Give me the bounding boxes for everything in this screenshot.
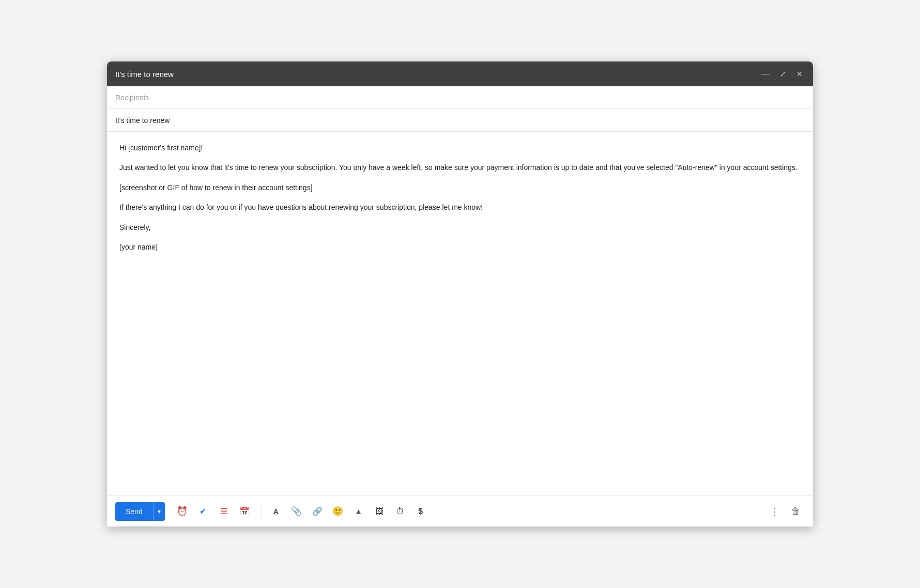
media-placeholder: [screenshot or GIF of how to renew in th… — [119, 182, 801, 193]
body-paragraph2: If there's anything I can do for you or … — [119, 202, 801, 213]
toolbar: Send ▾ ⏰ ✔ ☰ 📅 A 📎 🔗 🙂 — [107, 496, 813, 527]
email-body: Hi [customer's first name]! Just wanted … — [119, 142, 801, 253]
emoji-icon: 🙂 — [332, 506, 343, 517]
check-icon: ✔ — [200, 506, 206, 516]
more-options-button[interactable]: ⋮ — [765, 502, 784, 521]
drive-button[interactable]: ▲ — [349, 502, 368, 521]
link-icon: 🔗 — [312, 506, 323, 516]
body-paragraph1: Just wanted to let you know that it's ti… — [119, 162, 801, 173]
closing-line: Sincerely, — [119, 222, 801, 233]
delete-button[interactable]: 🗑 — [786, 502, 805, 521]
attachment-button[interactable]: 📎 — [287, 502, 306, 521]
drive-icon: ▲ — [355, 507, 363, 516]
calendar-button[interactable]: 📅 — [235, 502, 254, 521]
send-button-group: Send ▾ — [115, 502, 165, 521]
signature-line: [your name] — [119, 241, 801, 253]
close-icon: ✕ — [796, 70, 803, 78]
emoji-button[interactable]: 🙂 — [329, 502, 347, 521]
chevron-down-icon: ▾ — [158, 508, 161, 515]
subject-field: It's time to renew — [115, 116, 170, 125]
format-text-icon: A — [273, 507, 279, 516]
toolbar-right: ⋮ 🗑 — [765, 502, 805, 521]
delete-icon: 🗑 — [791, 506, 800, 517]
dollar-button[interactable]: $ — [411, 502, 430, 521]
list-button[interactable]: ☰ — [214, 502, 233, 521]
compose-window: It's time to renew — ⤢ ✕ Recipients It's… — [107, 61, 813, 527]
schedule-send-button[interactable]: ⏱ — [391, 502, 409, 521]
task-check-button[interactable]: ✔ — [194, 502, 212, 521]
greeting-line: Hi [customer's first name]! — [119, 142, 801, 153]
restore-icon: ⤢ — [780, 70, 786, 78]
window-title: It's time to renew — [115, 70, 174, 79]
photo-button[interactable]: 🖼 — [370, 502, 389, 521]
snooze-icon: ⏰ — [177, 506, 188, 517]
body-area[interactable]: Hi [customer's first name]! Just wanted … — [107, 132, 813, 496]
calendar-icon: 📅 — [239, 506, 250, 516]
restore-button[interactable]: ⤢ — [778, 69, 788, 79]
minimize-icon: — — [761, 70, 770, 78]
send-button[interactable]: Send — [115, 502, 153, 521]
snooze-button[interactable]: ⏰ — [173, 502, 192, 521]
schedule-icon: ⏱ — [396, 507, 404, 516]
format-text-button[interactable]: A — [267, 502, 285, 521]
close-button[interactable]: ✕ — [794, 69, 805, 79]
dollar-icon: $ — [418, 507, 423, 516]
toolbar-divider — [260, 505, 260, 518]
recipients-row[interactable]: Recipients — [107, 86, 813, 109]
photo-icon: 🖼 — [375, 507, 384, 516]
minimize-button[interactable]: — — [759, 69, 772, 79]
send-dropdown-button[interactable]: ▾ — [153, 502, 165, 521]
more-options-icon: ⋮ — [770, 505, 780, 518]
attachment-icon: 📎 — [291, 506, 302, 517]
subject-row[interactable]: It's time to renew — [107, 109, 813, 132]
recipients-label: Recipients — [115, 94, 149, 102]
link-button[interactable]: 🔗 — [308, 502, 327, 521]
list-icon: ☰ — [220, 506, 227, 516]
window-controls: — ⤢ ✕ — [759, 69, 805, 79]
title-bar: It's time to renew — ⤢ ✕ — [107, 61, 813, 86]
